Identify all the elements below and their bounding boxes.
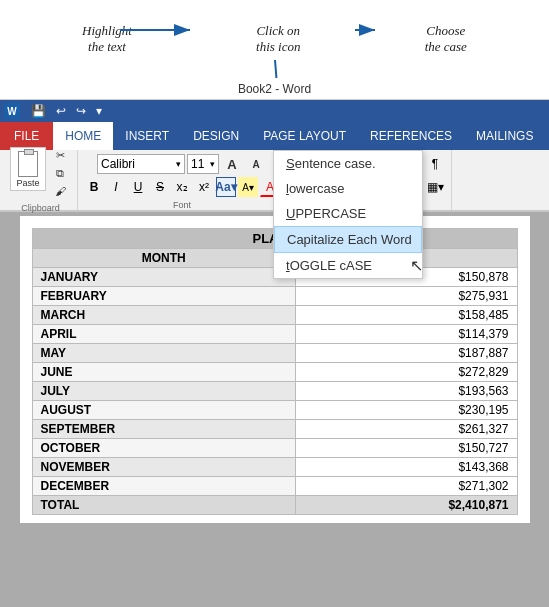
title-text: Book2 - Word	[238, 82, 311, 96]
format-painter-button[interactable]: 🖌	[49, 183, 71, 199]
tab-home[interactable]: HOME	[53, 122, 113, 150]
table-row: JULY$193,563	[32, 382, 517, 401]
table-row: TOTAL$2,410,871	[32, 496, 517, 515]
underline-button[interactable]: U	[128, 177, 148, 197]
increase-font-button[interactable]: A	[221, 156, 243, 172]
cut-button[interactable]: ✂	[49, 147, 71, 163]
capitalize-each-word-option[interactable]: Capitalize Each Word	[274, 226, 422, 253]
tab-file[interactable]: FILE	[0, 122, 53, 150]
highlight-color-button[interactable]: A▾	[238, 177, 258, 197]
table-row: OCTOBER$150,727	[32, 439, 517, 458]
tab-references[interactable]: REFERENCES	[358, 122, 464, 150]
instruction-area: Highlight the text Click on this icon Ch…	[0, 0, 549, 78]
step3-line1: Choose	[426, 23, 465, 39]
save-icon[interactable]: 💾	[28, 103, 49, 119]
font-size-input[interactable]: 11 ▾	[187, 154, 219, 174]
step1-block: Highlight the text	[82, 23, 132, 55]
text-format-row: B I U S x₂ x² Aa▾ A▾ A	[84, 177, 280, 197]
title-bar: Book2 - Word	[0, 78, 549, 100]
show-hide-button[interactable]: ¶	[425, 154, 445, 174]
ribbon-tabs: FILE HOME INSERT DESIGN PAGE LAYOUT REFE…	[0, 122, 549, 150]
strikethrough-button[interactable]: S	[150, 177, 170, 197]
superscript-button[interactable]: x²	[194, 177, 214, 197]
decrease-font-button[interactable]: A	[245, 156, 267, 172]
tab-mailings[interactable]: MAILINGS	[464, 122, 545, 150]
table-row: FEBRUARY$275,931	[32, 287, 517, 306]
step1-line1: Highlight	[82, 23, 132, 39]
borders-button[interactable]: ▦▾	[425, 177, 445, 197]
paste-button[interactable]: Paste	[10, 147, 46, 191]
step3-block: Choose the case	[425, 23, 467, 55]
table-row: MARCH$158,485	[32, 306, 517, 325]
toggle-case-option[interactable]: tOGGLE cASE	[274, 253, 422, 278]
step2-block: Click on this icon	[256, 23, 300, 55]
tab-page-layout[interactable]: PAGE LAYOUT	[251, 122, 358, 150]
table-row: JUNE$272,829	[32, 363, 517, 382]
redo-icon[interactable]: ↪	[73, 103, 89, 119]
uppercase-option[interactable]: UPPERCASE	[274, 201, 422, 226]
italic-button[interactable]: I	[106, 177, 126, 197]
quick-access-toolbar: W 💾 ↩ ↪ ▾	[0, 100, 549, 122]
lowercase-option[interactable]: lowercase	[274, 176, 422, 201]
undo-icon[interactable]: ↩	[53, 103, 69, 119]
table-row: APRIL$114,379	[32, 325, 517, 344]
change-case-button[interactable]: Aa▾	[216, 177, 236, 197]
qa-dropdown-icon[interactable]: ▾	[93, 103, 105, 119]
table-row: DECEMBER$271,302	[32, 477, 517, 496]
sentence-case-option[interactable]: Sentence case.	[274, 151, 422, 176]
step2-line2: this icon	[256, 39, 300, 55]
column-header-month: MONTH	[32, 249, 296, 268]
mouse-cursor: ↖	[410, 256, 423, 275]
clipboard-label: Clipboard	[21, 203, 60, 213]
subscript-button[interactable]: x₂	[172, 177, 192, 197]
font-label: Font	[173, 200, 191, 210]
table-row: SEPTEMBER$261,327	[32, 420, 517, 439]
tab-insert[interactable]: INSERT	[113, 122, 181, 150]
tab-design[interactable]: DESIGN	[181, 122, 251, 150]
step2-line1: Click on	[256, 23, 300, 39]
bold-button[interactable]: B	[84, 177, 104, 197]
font-group: Calibri ▾ 11 ▾ A A B I U S x₂ x² Aa▾ A▾ …	[78, 150, 287, 210]
copy-button[interactable]: ⧉	[49, 165, 71, 181]
table-row: MAY$187,887	[32, 344, 517, 363]
step1-line2: the text	[88, 39, 126, 55]
step3-line2: the case	[425, 39, 467, 55]
font-name-input[interactable]: Calibri ▾	[97, 154, 185, 174]
change-case-dropdown: Sentence case. lowercase UPPERCASE Capit…	[273, 150, 423, 279]
clipboard-group: Paste ✂ ⧉ 🖌 Clipboard	[4, 150, 78, 210]
table-row: AUGUST$230,195	[32, 401, 517, 420]
table-row: NOVEMBER$143,368	[32, 458, 517, 477]
word-icon: W	[4, 103, 20, 119]
cut-copy-format-group: ✂ ⧉ 🖌	[49, 147, 71, 199]
